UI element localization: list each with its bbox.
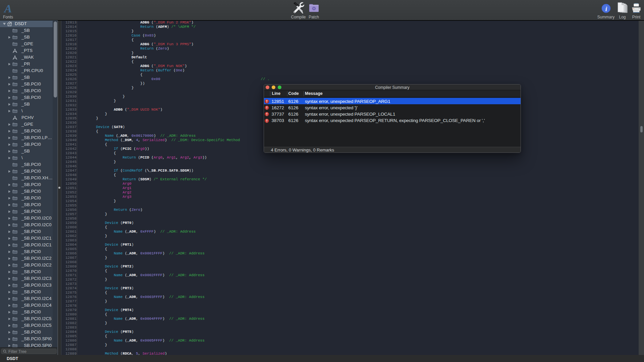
- svg-text:i: i: [605, 5, 607, 12]
